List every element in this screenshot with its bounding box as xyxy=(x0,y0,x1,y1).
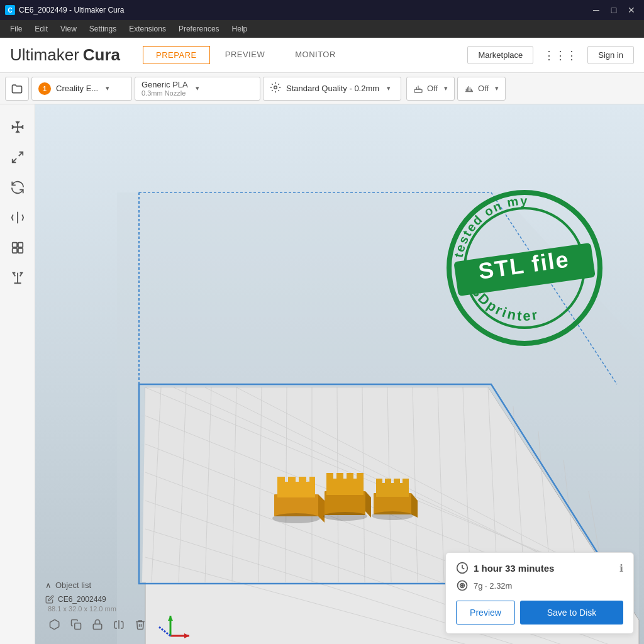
svg-rect-58 xyxy=(385,479,391,484)
adhesion-chevron-icon: ▾ xyxy=(495,84,499,92)
quality-selector[interactable]: Standard Quality - 0.2mm ▾ xyxy=(263,77,401,101)
svg-rect-5 xyxy=(18,248,22,253)
svg-rect-40 xyxy=(277,482,315,497)
rotate-tool-button[interactable] xyxy=(5,175,30,200)
print-time-row: 1 hour 33 minutes ℹ xyxy=(456,562,623,574)
app-logo: Ultimaker Cura xyxy=(10,45,120,65)
viewport[interactable]: tested on my 3Dprinter STL file xyxy=(35,104,644,644)
printer-chevron-icon: ▾ xyxy=(106,84,109,92)
menu-bar: File Edit View Settings Extensions Prefe… xyxy=(0,20,644,38)
material-selector[interactable]: Generic PLA 0.3mm Nozzle ▾ xyxy=(135,77,260,101)
svg-rect-51 xyxy=(347,473,353,480)
svg-rect-1 xyxy=(414,89,422,92)
filament-icon xyxy=(456,579,469,592)
settings-icon xyxy=(270,82,281,96)
secondary-toolbar: 1 Creality E... ▾ Generic PLA 0.3mm Nozz… xyxy=(0,73,644,104)
support-label: Off xyxy=(427,84,438,93)
svg-rect-59 xyxy=(394,479,400,484)
svg-rect-57 xyxy=(376,479,382,484)
object-list-label: Object list xyxy=(55,580,91,590)
support-selectors: Off ▾ Off ▾ xyxy=(406,77,506,101)
minimize-button[interactable]: ─ xyxy=(589,3,604,18)
quality-label: Standard Quality - 0.2mm xyxy=(286,84,379,93)
svg-rect-43 xyxy=(299,477,306,483)
tab-preview[interactable]: PREVIEW xyxy=(210,45,280,65)
folder-button[interactable] xyxy=(5,77,29,101)
close-button[interactable]: ✕ xyxy=(624,3,639,18)
maximize-button[interactable]: □ xyxy=(606,3,621,18)
header: Ultimaker Cura PREPARE PREVIEW MONITOR M… xyxy=(0,38,644,73)
menu-view[interactable]: View xyxy=(55,22,82,36)
adhesion-label: Off xyxy=(478,84,489,93)
info-icon[interactable]: ℹ xyxy=(619,562,623,574)
object-merge-button[interactable] xyxy=(109,615,128,634)
svg-rect-82 xyxy=(93,624,102,629)
menu-edit[interactable]: Edit xyxy=(30,22,53,36)
menu-help[interactable]: Help xyxy=(227,22,253,36)
save-to-disk-button[interactable]: Save to Disk xyxy=(520,601,623,625)
title-bar-left: C CE6_2002449 - Ultimaker Cura xyxy=(5,5,124,15)
svg-rect-56 xyxy=(376,483,409,497)
menu-settings[interactable]: Settings xyxy=(84,22,121,36)
svg-rect-44 xyxy=(309,477,315,483)
edit-icon xyxy=(45,595,54,604)
printer-name: Creality E... xyxy=(56,84,98,93)
quality-chevron-icon: ▾ xyxy=(387,84,391,92)
svg-rect-60 xyxy=(402,479,409,484)
stl-stamp: tested on my 3Dprinter STL file xyxy=(443,186,606,350)
scale-tool-button[interactable] xyxy=(5,145,30,170)
svg-rect-41 xyxy=(277,477,285,483)
mirror-tool-button[interactable] xyxy=(5,205,30,230)
preview-button[interactable]: Preview xyxy=(456,601,515,625)
svg-point-0 xyxy=(274,86,277,89)
svg-rect-42 xyxy=(288,477,296,483)
object-list-item: CE6_2002449 xyxy=(45,594,171,605)
material-usage-text: 7g · 2.32m xyxy=(474,581,512,591)
menu-preferences[interactable]: Preferences xyxy=(174,22,225,36)
window-title: CE6_2002449 - Ultimaker Cura xyxy=(19,6,124,14)
object-view-button[interactable] xyxy=(45,615,64,634)
adhesion-selector[interactable]: Off ▾ xyxy=(457,77,506,101)
svg-point-80 xyxy=(462,585,464,587)
material-usage-row: 7g · 2.32m xyxy=(456,579,623,592)
tab-monitor[interactable]: MONITOR xyxy=(280,45,351,65)
material-chevron-icon: ▾ xyxy=(196,84,199,92)
svg-rect-2 xyxy=(12,243,16,247)
action-buttons: Preview Save to Disk xyxy=(456,601,623,625)
chevron-up-icon: ∧ xyxy=(45,580,52,590)
material-info: Generic PLA 0.3mm Nozzle xyxy=(142,80,188,97)
object-action-icons xyxy=(45,615,171,634)
object-lock-button[interactable] xyxy=(88,615,107,634)
svg-rect-48 xyxy=(326,479,364,495)
object-delete-button[interactable] xyxy=(131,615,150,634)
object-list-header[interactable]: ∧ Object list xyxy=(45,580,171,590)
svg-rect-3 xyxy=(18,243,22,247)
svg-point-62 xyxy=(372,511,413,520)
object-duplicate-button[interactable] xyxy=(67,615,86,634)
move-tool-button[interactable] xyxy=(5,114,30,140)
signin-button[interactable]: Sign in xyxy=(587,46,634,64)
grid-icon-button[interactable]: ⋮⋮⋮ xyxy=(541,46,580,65)
header-right: Marketplace ⋮⋮⋮ Sign in xyxy=(467,46,634,65)
menu-file[interactable]: File xyxy=(5,22,27,36)
permodel-tool-button[interactable] xyxy=(5,235,30,260)
marketplace-button[interactable]: Marketplace xyxy=(467,46,533,64)
support-tool-button[interactable] xyxy=(5,265,30,291)
printer-number: 1 xyxy=(38,82,51,95)
tab-prepare[interactable]: PREPARE xyxy=(143,46,210,64)
logo-cura: Cura xyxy=(83,45,120,65)
menu-extensions[interactable]: Extensions xyxy=(124,22,171,36)
object-dimensions: 88.1 x 32.0 x 12.0 mm xyxy=(45,605,171,613)
support-selector[interactable]: Off ▾ xyxy=(406,77,455,101)
svg-rect-39 xyxy=(274,494,318,516)
svg-point-54 xyxy=(323,512,367,521)
print-info-panel: 1 hour 33 minutes ℹ 7g · 2.32m Preview S… xyxy=(445,552,634,634)
logo-ultimaker: Ultimaker xyxy=(10,45,79,65)
printer-selector[interactable]: 1 Creality E... ▾ xyxy=(31,77,132,101)
print-time-text: 1 hour 33 minutes xyxy=(474,563,614,574)
material-name: Generic PLA xyxy=(142,80,188,89)
svg-rect-4 xyxy=(12,248,16,253)
svg-rect-49 xyxy=(326,473,333,480)
material-sub: 0.3mm Nozzle xyxy=(142,89,188,97)
left-toolbar xyxy=(0,104,35,644)
